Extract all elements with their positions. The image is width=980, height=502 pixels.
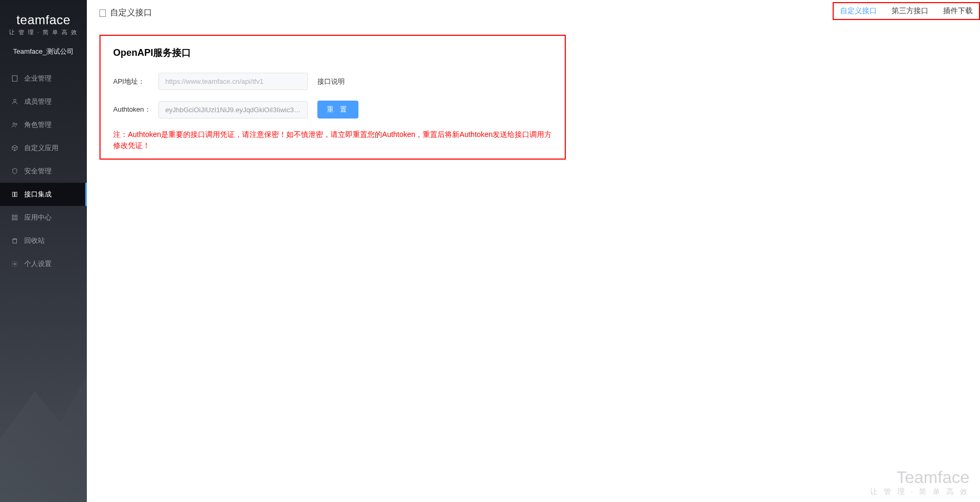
page-header: 自定义接口 自定义接口 第三方接口 插件下载 xyxy=(87,0,980,26)
svg-rect-13 xyxy=(15,218,17,220)
warning-text: 注：Authtoken是重要的接口调用凭证，请注意保密！如不慎泄密，请立即重置您… xyxy=(113,129,552,151)
nav-label: 企业管理 xyxy=(24,74,52,83)
header-tabs: 自定义接口 第三方接口 插件下载 xyxy=(833,2,980,20)
svg-rect-10 xyxy=(12,215,14,217)
nav-item-roles[interactable]: 角色管理 xyxy=(0,113,87,136)
api-doc-link[interactable]: 接口说明 xyxy=(317,77,345,86)
grid-icon xyxy=(11,213,19,222)
main-content: 自定义接口 自定义接口 第三方接口 插件下载 OpenAPI服务接口 API地址… xyxy=(87,0,980,502)
authtoken-input[interactable] xyxy=(158,101,308,119)
svg-point-6 xyxy=(13,123,15,125)
sidebar-bg-decoration xyxy=(0,344,87,502)
watermark-sub: 让 管 理 · 简 单 高 效 xyxy=(870,487,969,497)
nav-label: 安全管理 xyxy=(24,166,52,176)
sidebar: teamface 让 管 理 · 简 单 高 效 Teamface_测试公司 企… xyxy=(0,0,87,502)
nav-item-personal[interactable]: 个人设置 xyxy=(0,252,87,275)
user-icon xyxy=(11,97,19,106)
nav-item-recycle[interactable]: 回收站 xyxy=(0,229,87,252)
gear-icon xyxy=(11,260,19,268)
nav-item-api-integration[interactable]: 接口集成 xyxy=(0,183,87,206)
authtoken-row: Authtoken： 重 置 xyxy=(113,101,552,119)
nav-label: 回收站 xyxy=(24,236,45,245)
authtoken-label: Authtoken： xyxy=(113,105,158,114)
content-area: OpenAPI服务接口 API地址： 接口说明 Authtoken： 重 置 注… xyxy=(87,26,980,168)
logo-area: teamface 让 管 理 · 简 单 高 效 xyxy=(0,0,87,41)
plug-icon xyxy=(11,190,19,199)
page-title: 自定义接口 xyxy=(110,7,152,18)
nav-label: 自定义应用 xyxy=(24,143,58,153)
nav-label: 成员管理 xyxy=(24,97,52,106)
page-icon xyxy=(99,9,106,17)
cube-icon xyxy=(11,144,19,152)
tab-custom-api[interactable]: 自定义接口 xyxy=(840,6,877,16)
company-name: Teamface_测试公司 xyxy=(0,41,87,67)
nav-item-enterprise[interactable]: 企业管理 xyxy=(0,67,87,90)
nav-label: 角色管理 xyxy=(24,120,52,130)
svg-rect-14 xyxy=(13,239,17,243)
nav-label: 个人设置 xyxy=(24,259,52,269)
api-address-label: API地址： xyxy=(113,77,158,86)
tab-plugin-download[interactable]: 插件下载 xyxy=(943,6,973,16)
nav-item-members[interactable]: 成员管理 xyxy=(0,90,87,113)
svg-rect-0 xyxy=(12,76,17,82)
users-icon xyxy=(11,121,19,129)
openapi-panel: OpenAPI服务接口 API地址： 接口说明 Authtoken： 重 置 注… xyxy=(99,35,566,160)
logo-subtitle: 让 管 理 · 简 单 高 效 xyxy=(8,28,78,36)
logo-text: teamface xyxy=(8,13,78,27)
building-icon xyxy=(11,74,19,83)
tab-third-party-api[interactable]: 第三方接口 xyxy=(892,6,928,16)
shield-icon xyxy=(11,167,19,175)
watermark-main: Teamface xyxy=(870,468,969,487)
nav-label: 接口集成 xyxy=(24,190,52,199)
watermark: Teamface 让 管 理 · 简 单 高 效 xyxy=(870,468,969,497)
svg-point-7 xyxy=(15,123,17,125)
nav-item-custom-app[interactable]: 自定义应用 xyxy=(0,136,87,160)
panel-title: OpenAPI服务接口 xyxy=(113,46,552,59)
header-title-area: 自定义接口 xyxy=(99,7,152,18)
svg-rect-8 xyxy=(13,192,15,196)
nav-list: 企业管理 成员管理 角色管理 自定义应用 安全管理 接口集成 应用中心 回收站 xyxy=(0,67,87,275)
reset-button[interactable]: 重 置 xyxy=(317,101,358,119)
api-address-input[interactable] xyxy=(158,73,308,90)
svg-rect-11 xyxy=(15,215,17,217)
svg-point-5 xyxy=(14,99,16,102)
svg-rect-12 xyxy=(12,218,14,220)
nav-label: 应用中心 xyxy=(24,213,52,222)
trash-icon xyxy=(11,237,19,245)
svg-rect-9 xyxy=(15,192,17,196)
nav-item-security[interactable]: 安全管理 xyxy=(0,160,87,183)
svg-point-17 xyxy=(14,263,16,265)
api-address-row: API地址： 接口说明 xyxy=(113,73,552,90)
nav-item-app-center[interactable]: 应用中心 xyxy=(0,206,87,229)
